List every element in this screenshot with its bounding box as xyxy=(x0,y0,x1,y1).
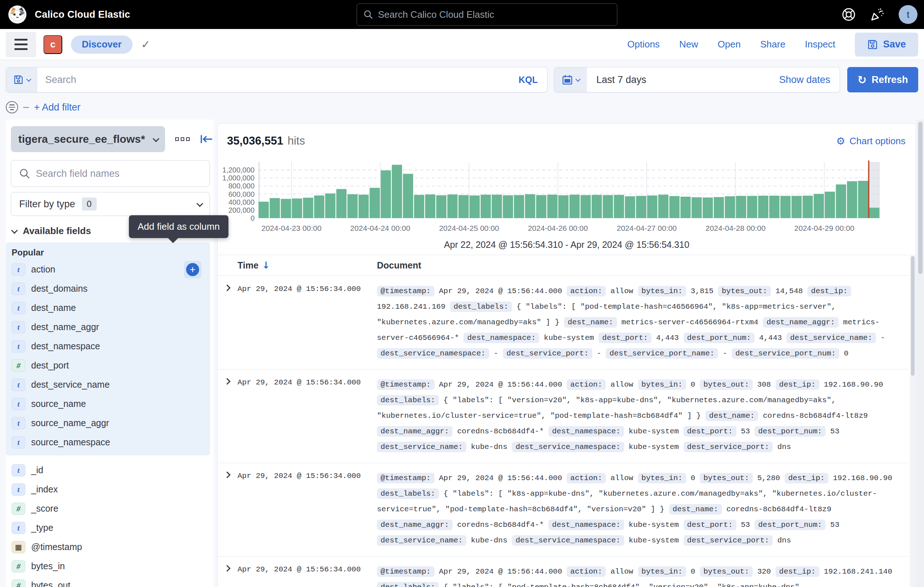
field-chip-dest_labels: dest_labels: xyxy=(377,582,439,587)
query-input[interactable] xyxy=(37,68,509,92)
chevron-down-icon xyxy=(11,227,18,234)
time-range-value[interactable]: Last 7 days xyxy=(587,68,770,92)
filter-icon[interactable] xyxy=(6,101,18,113)
field-type-t-icon: t xyxy=(12,379,25,391)
filter-by-type[interactable]: Filter by type 0 xyxy=(11,192,210,216)
fields-sidebar: tigera_secure_ee_flows* Filter by type xyxy=(6,119,214,587)
field-value: 3,815 xyxy=(686,287,718,295)
field-item-@timestamp[interactable]: ▦@timestamp xyxy=(12,537,214,557)
field-name: bytes_in xyxy=(31,561,65,571)
help-button[interactable] xyxy=(842,7,856,22)
field-value: 14,548 xyxy=(771,287,807,295)
global-search[interactable] xyxy=(356,3,617,26)
expand-row-icon[interactable] xyxy=(225,566,229,572)
page-scrollbar[interactable] xyxy=(917,119,924,587)
table-row: Apr 29, 2024 @ 15:56:34.000@timestamp: A… xyxy=(218,463,908,557)
add-field-as-column-button[interactable]: + xyxy=(184,261,201,278)
field-chip-action: action: xyxy=(567,566,606,577)
index-pattern-selector[interactable]: tigera_secure_ee_flows* xyxy=(11,126,165,152)
field-item-dest_port[interactable]: #dest_port xyxy=(12,356,210,375)
field-options-icon[interactable] xyxy=(175,137,190,141)
field-item-_type[interactable]: t_type xyxy=(12,518,214,537)
field-item-_score[interactable]: #_score xyxy=(12,499,214,518)
chevron-down-icon xyxy=(26,77,31,82)
field-item-bytes_out[interactable]: #bytes_out xyxy=(12,576,214,587)
field-item-dest_domains[interactable]: tdest_domains xyxy=(12,279,210,298)
add-filter-link[interactable]: + Add filter xyxy=(34,102,80,113)
field-item-dest_name_aggr[interactable]: tdest_name_aggr xyxy=(12,317,210,337)
field-value: 192.168.90.90 xyxy=(819,380,883,389)
kql-selector[interactable]: KQL xyxy=(509,74,547,85)
collapse-sidebar-icon[interactable] xyxy=(199,134,214,145)
field-item-source_namespace[interactable]: tsource_namespace xyxy=(12,433,210,452)
field-chip-dest_name_aggr: dest_name_aggr: xyxy=(377,426,452,437)
doc-table-body: Apr 29, 2024 @ 15:56:34.000@timestamp: A… xyxy=(218,276,908,587)
field-chip-dest_port: dest_port: xyxy=(683,426,736,437)
expand-row-icon[interactable] xyxy=(225,379,229,385)
field-item-action[interactable]: taction+ xyxy=(12,260,210,279)
chevron-down-icon xyxy=(196,200,203,207)
field-type-number-icon: # xyxy=(12,359,25,372)
field-type-t-icon: t xyxy=(12,522,25,534)
toolbar: c Discover ✓ OptionsNewOpenShareInspect … xyxy=(0,29,924,60)
menu-open[interactable]: Open xyxy=(718,39,741,50)
saved-query-icon xyxy=(13,74,23,85)
field-type-number-icon: # xyxy=(12,503,25,515)
time-column-header[interactable]: Time ↓ xyxy=(238,260,270,271)
field-item-dest_namespace[interactable]: tdest_namespace xyxy=(12,337,210,356)
field-value: - xyxy=(592,349,606,358)
field-value: 308 xyxy=(753,380,776,389)
table-row: Apr 29, 2024 @ 15:56:34.000@timestamp: A… xyxy=(218,370,908,463)
field-value: 0 xyxy=(686,567,700,576)
field-item-_id[interactable]: t_id xyxy=(12,461,214,480)
field-chip-bytes_out: bytes_out: xyxy=(700,566,753,577)
top-menu: OptionsNewOpenShareInspect xyxy=(627,39,855,50)
field-type-t-icon: t xyxy=(12,483,25,496)
menu-inspect[interactable]: Inspect xyxy=(805,39,835,50)
calendar-icon xyxy=(562,74,573,85)
menu-toggle-button[interactable] xyxy=(6,32,36,57)
show-dates-link[interactable]: Show dates xyxy=(770,74,840,86)
field-name: _id xyxy=(31,465,43,475)
field-item-bytes_in[interactable]: #bytes_in xyxy=(12,557,214,576)
field-item-dest_name[interactable]: tdest_name xyxy=(12,298,210,317)
save-button[interactable]: Save xyxy=(855,33,918,56)
expand-row-icon[interactable] xyxy=(225,286,229,291)
user-avatar[interactable]: t xyxy=(899,5,917,24)
refresh-button[interactable]: ↻ Refresh xyxy=(847,67,918,93)
field-search-input[interactable] xyxy=(36,168,181,179)
gear-icon: ⚙ xyxy=(836,135,845,147)
field-value: allow xyxy=(606,567,638,576)
whats-new-button[interactable] xyxy=(870,7,885,22)
field-value: coredns-8cb684df4-lt8z9 xyxy=(758,412,868,420)
field-chip-dest_labels: dest_labels: xyxy=(377,395,439,405)
calendar-button[interactable] xyxy=(554,68,587,92)
row-document: @timestamp: Apr 29, 2024 @ 15:56:44.000 … xyxy=(377,470,908,548)
field-chip-dest_ip: dest_ip: xyxy=(807,286,851,296)
expand-row-icon[interactable] xyxy=(225,473,229,478)
menu-share[interactable]: Share xyxy=(761,39,785,50)
svg-text:600,000: 600,000 xyxy=(228,190,254,198)
saved-queries-button[interactable] xyxy=(6,68,37,92)
field-item-_index[interactable]: t_index xyxy=(12,480,214,499)
breadcrumb-discover[interactable]: Discover xyxy=(71,35,132,54)
field-value: allow xyxy=(606,380,638,389)
field-item-source_name_aggr[interactable]: tsource_name_aggr xyxy=(12,413,210,433)
field-chip-dest_service_namespace: dest_service_namespace: xyxy=(512,535,624,546)
global-search-input[interactable] xyxy=(378,9,602,20)
field-item-source_name[interactable]: tsource_name xyxy=(12,394,210,413)
chart-options-button[interactable]: ⚙ Chart options xyxy=(836,135,906,147)
field-chip-dest_ip: dest_ip: xyxy=(785,473,828,483)
field-value: kube-system xyxy=(624,521,683,529)
field-value: kube-system xyxy=(539,334,599,342)
field-item-dest_service_name[interactable]: tdest_service_name xyxy=(12,375,210,394)
document-histogram[interactable]: 0200,000400,000600,000800,0001,000,0001,… xyxy=(218,158,908,238)
field-search[interactable] xyxy=(11,160,210,187)
menu-options[interactable]: Options xyxy=(627,39,660,50)
menu-new[interactable]: New xyxy=(679,39,698,50)
field-name: dest_name_aggr xyxy=(31,322,99,332)
field-value: coredns-8cb684df4-lt8z9 xyxy=(722,505,831,513)
field-name: source_name xyxy=(31,398,86,409)
table-scrollbar[interactable] xyxy=(910,255,916,587)
space-badge[interactable]: c xyxy=(43,35,62,54)
